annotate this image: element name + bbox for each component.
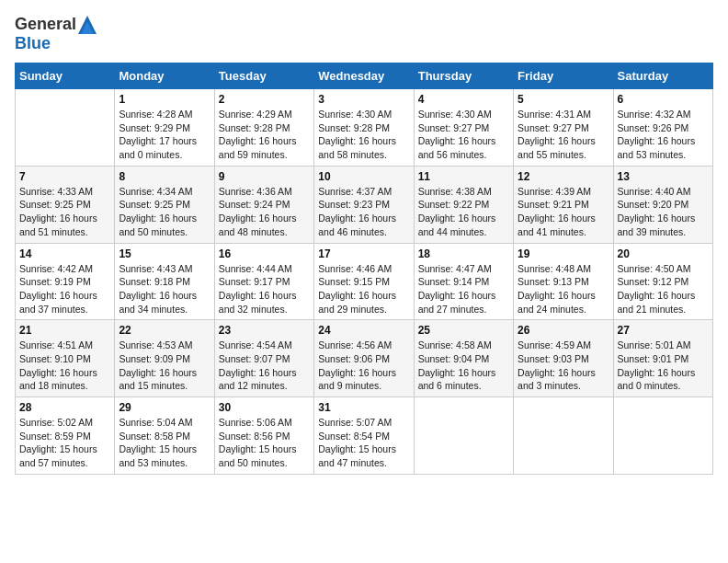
calendar-cell xyxy=(16,89,115,167)
day-info: Sunrise: 4:31 AM Sunset: 9:27 PM Dayligh… xyxy=(518,108,609,162)
calendar-cell: 13Sunrise: 4:40 AM Sunset: 9:20 PM Dayli… xyxy=(613,166,712,243)
day-number: 12 xyxy=(518,170,609,183)
day-number: 22 xyxy=(119,324,210,337)
day-number: 9 xyxy=(219,170,310,183)
calendar-cell: 23Sunrise: 4:54 AM Sunset: 9:07 PM Dayli… xyxy=(214,320,313,397)
calendar-cell: 20Sunrise: 4:50 AM Sunset: 9:12 PM Dayli… xyxy=(613,243,712,320)
day-number: 23 xyxy=(219,324,310,337)
calendar-cell: 3Sunrise: 4:30 AM Sunset: 9:28 PM Daylig… xyxy=(314,89,414,167)
day-info: Sunrise: 4:51 AM Sunset: 9:10 PM Dayligh… xyxy=(19,339,110,393)
day-number: 21 xyxy=(19,324,110,337)
logo-icon xyxy=(78,16,97,34)
day-number: 30 xyxy=(219,401,310,414)
day-info: Sunrise: 5:02 AM Sunset: 8:59 PM Dayligh… xyxy=(19,416,110,470)
header-row: SundayMondayTuesdayWednesdayThursdayFrid… xyxy=(16,63,713,89)
day-number: 28 xyxy=(19,401,110,414)
header-day-sunday: Sunday xyxy=(16,63,115,89)
day-number: 27 xyxy=(618,324,709,337)
calendar-cell: 26Sunrise: 4:59 AM Sunset: 9:03 PM Dayli… xyxy=(514,320,613,397)
day-number: 16 xyxy=(219,247,310,260)
calendar-cell xyxy=(613,397,712,475)
calendar-cell: 12Sunrise: 4:39 AM Sunset: 9:21 PM Dayli… xyxy=(514,166,613,243)
day-number: 29 xyxy=(119,401,210,414)
week-row-3: 14Sunrise: 4:42 AM Sunset: 9:19 PM Dayli… xyxy=(16,243,713,320)
day-number: 13 xyxy=(618,170,709,183)
day-info: Sunrise: 4:40 AM Sunset: 9:20 PM Dayligh… xyxy=(618,185,709,239)
calendar-cell xyxy=(514,397,613,475)
day-number: 11 xyxy=(418,170,509,183)
calendar-cell: 15Sunrise: 4:43 AM Sunset: 9:18 PM Dayli… xyxy=(115,243,214,320)
calendar-cell xyxy=(414,397,513,475)
day-info: Sunrise: 4:33 AM Sunset: 9:25 PM Dayligh… xyxy=(19,185,110,239)
day-info: Sunrise: 4:28 AM Sunset: 9:29 PM Dayligh… xyxy=(119,108,210,162)
header-day-monday: Monday xyxy=(115,63,214,89)
calendar-cell: 7Sunrise: 4:33 AM Sunset: 9:25 PM Daylig… xyxy=(16,166,115,243)
day-info: Sunrise: 4:37 AM Sunset: 9:23 PM Dayligh… xyxy=(318,185,409,239)
day-info: Sunrise: 4:32 AM Sunset: 9:26 PM Dayligh… xyxy=(618,108,709,162)
header-day-wednesday: Wednesday xyxy=(314,63,414,89)
day-info: Sunrise: 4:39 AM Sunset: 9:21 PM Dayligh… xyxy=(518,185,609,239)
calendar-cell: 31Sunrise: 5:07 AM Sunset: 8:54 PM Dayli… xyxy=(314,397,414,475)
day-info: Sunrise: 5:06 AM Sunset: 8:56 PM Dayligh… xyxy=(219,416,310,470)
calendar-cell: 21Sunrise: 4:51 AM Sunset: 9:10 PM Dayli… xyxy=(16,320,115,397)
calendar-cell: 28Sunrise: 5:02 AM Sunset: 8:59 PM Dayli… xyxy=(16,397,115,475)
day-number: 14 xyxy=(19,247,110,260)
logo-blue: Blue xyxy=(15,34,51,53)
day-number: 5 xyxy=(518,93,609,106)
day-info: Sunrise: 5:01 AM Sunset: 9:01 PM Dayligh… xyxy=(618,339,709,393)
calendar-cell: 16Sunrise: 4:44 AM Sunset: 9:17 PM Dayli… xyxy=(214,243,313,320)
day-number: 10 xyxy=(318,170,409,183)
day-number: 3 xyxy=(318,93,409,106)
header-day-tuesday: Tuesday xyxy=(214,63,313,89)
day-info: Sunrise: 4:56 AM Sunset: 9:06 PM Dayligh… xyxy=(318,339,409,393)
calendar-cell: 25Sunrise: 4:58 AM Sunset: 9:04 PM Dayli… xyxy=(414,320,513,397)
day-info: Sunrise: 4:59 AM Sunset: 9:03 PM Dayligh… xyxy=(518,339,609,393)
calendar-cell: 5Sunrise: 4:31 AM Sunset: 9:27 PM Daylig… xyxy=(514,89,613,167)
calendar-cell: 14Sunrise: 4:42 AM Sunset: 9:19 PM Dayli… xyxy=(16,243,115,320)
week-row-4: 21Sunrise: 4:51 AM Sunset: 9:10 PM Dayli… xyxy=(16,320,713,397)
day-info: Sunrise: 5:07 AM Sunset: 8:54 PM Dayligh… xyxy=(318,416,409,470)
day-info: Sunrise: 4:44 AM Sunset: 9:17 PM Dayligh… xyxy=(219,262,310,316)
logo-general: General xyxy=(15,15,76,34)
week-row-5: 28Sunrise: 5:02 AM Sunset: 8:59 PM Dayli… xyxy=(16,397,713,475)
calendar-cell: 4Sunrise: 4:30 AM Sunset: 9:27 PM Daylig… xyxy=(414,89,513,167)
header-day-friday: Friday xyxy=(514,63,613,89)
header-day-saturday: Saturday xyxy=(613,63,712,89)
logo: GeneralBlue xyxy=(15,15,98,53)
calendar-body: 1Sunrise: 4:28 AM Sunset: 9:29 PM Daylig… xyxy=(16,89,713,475)
day-info: Sunrise: 4:29 AM Sunset: 9:28 PM Dayligh… xyxy=(219,108,310,162)
calendar-cell: 1Sunrise: 4:28 AM Sunset: 9:29 PM Daylig… xyxy=(115,89,214,167)
day-number: 17 xyxy=(318,247,409,260)
calendar-cell: 2Sunrise: 4:29 AM Sunset: 9:28 PM Daylig… xyxy=(214,89,313,167)
week-row-1: 1Sunrise: 4:28 AM Sunset: 9:29 PM Daylig… xyxy=(16,89,713,167)
day-number: 31 xyxy=(318,401,409,414)
calendar-cell: 10Sunrise: 4:37 AM Sunset: 9:23 PM Dayli… xyxy=(314,166,414,243)
day-number: 18 xyxy=(418,247,509,260)
day-number: 15 xyxy=(119,247,210,260)
day-number: 2 xyxy=(219,93,310,106)
day-number: 20 xyxy=(618,247,709,260)
day-number: 24 xyxy=(318,324,409,337)
day-number: 6 xyxy=(618,93,709,106)
week-row-2: 7Sunrise: 4:33 AM Sunset: 9:25 PM Daylig… xyxy=(16,166,713,243)
calendar-header: SundayMondayTuesdayWednesdayThursdayFrid… xyxy=(16,63,713,89)
day-info: Sunrise: 4:36 AM Sunset: 9:24 PM Dayligh… xyxy=(219,185,310,239)
day-info: Sunrise: 4:30 AM Sunset: 9:28 PM Dayligh… xyxy=(318,108,409,162)
calendar-table: SundayMondayTuesdayWednesdayThursdayFrid… xyxy=(15,63,713,475)
day-info: Sunrise: 4:43 AM Sunset: 9:18 PM Dayligh… xyxy=(119,262,210,316)
day-number: 25 xyxy=(418,324,509,337)
day-info: Sunrise: 4:38 AM Sunset: 9:22 PM Dayligh… xyxy=(418,185,509,239)
page-header: GeneralBlue xyxy=(15,15,713,53)
day-number: 19 xyxy=(518,247,609,260)
calendar-cell: 24Sunrise: 4:56 AM Sunset: 9:06 PM Dayli… xyxy=(314,320,414,397)
calendar-cell: 17Sunrise: 4:46 AM Sunset: 9:15 PM Dayli… xyxy=(314,243,414,320)
day-info: Sunrise: 4:48 AM Sunset: 9:13 PM Dayligh… xyxy=(518,262,609,316)
calendar-cell: 30Sunrise: 5:06 AM Sunset: 8:56 PM Dayli… xyxy=(214,397,313,475)
day-number: 8 xyxy=(119,170,210,183)
day-info: Sunrise: 4:46 AM Sunset: 9:15 PM Dayligh… xyxy=(318,262,409,316)
day-info: Sunrise: 4:47 AM Sunset: 9:14 PM Dayligh… xyxy=(418,262,509,316)
day-number: 7 xyxy=(19,170,110,183)
calendar-cell: 11Sunrise: 4:38 AM Sunset: 9:22 PM Dayli… xyxy=(414,166,513,243)
calendar-cell: 8Sunrise: 4:34 AM Sunset: 9:25 PM Daylig… xyxy=(115,166,214,243)
day-info: Sunrise: 5:04 AM Sunset: 8:58 PM Dayligh… xyxy=(119,416,210,470)
